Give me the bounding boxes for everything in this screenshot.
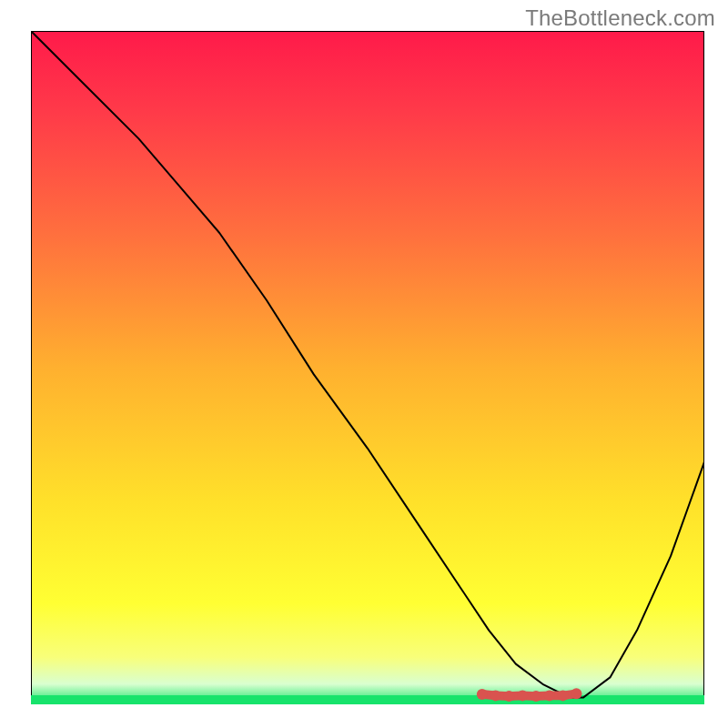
optimal-marker [503,691,514,702]
optimal-marker [477,689,488,700]
optimal-marker [490,690,501,701]
optimal-marker [517,690,528,701]
optimal-marker [544,690,555,701]
optimal-marker [531,691,541,702]
watermark-text: TheBottleneck.com [525,5,715,31]
bottleneck-chart [31,31,704,704]
chart-svg [31,31,704,704]
bottom-green-band [31,695,704,704]
optimal-marker [558,690,569,701]
optimal-marker [571,688,581,699]
